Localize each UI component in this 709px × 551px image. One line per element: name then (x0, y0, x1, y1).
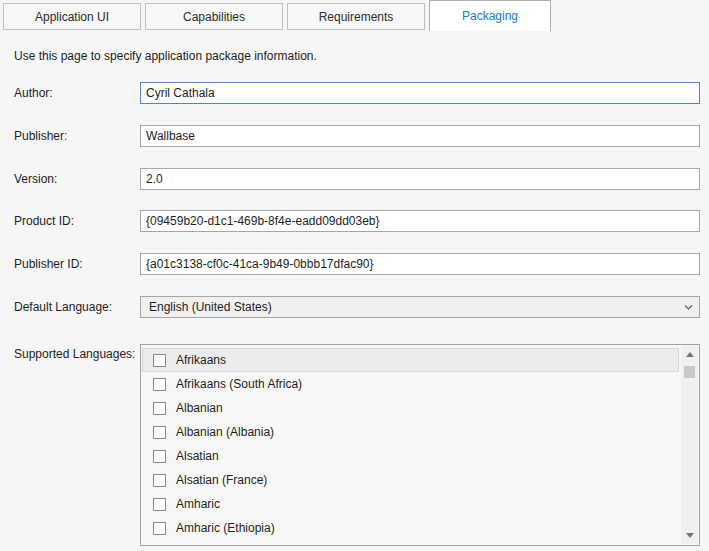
checkbox[interactable] (153, 450, 166, 463)
language-row[interactable]: Alsatian (142, 444, 679, 468)
language-row[interactable]: Amharic (Ethiopia) (142, 516, 679, 540)
scrollbar[interactable] (681, 346, 698, 544)
language-row[interactable]: Afrikaans (142, 348, 679, 372)
version-input[interactable] (140, 168, 700, 190)
tab-strip: Application UI Capabilities Requirements… (0, 0, 709, 31)
language-row-label: Alsatian (France) (176, 473, 267, 487)
publisher-label: Publisher: (14, 129, 140, 143)
scroll-down-icon[interactable] (681, 527, 698, 544)
language-row-label: Albanian (Albania) (176, 425, 274, 439)
language-rows: Afrikaans Afrikaans (South Africa) Alban… (142, 348, 679, 540)
language-row-label: Afrikaans (South Africa) (176, 377, 302, 391)
tab-packaging[interactable]: Packaging (429, 0, 551, 31)
language-row-label: Amharic (Ethiopia) (176, 521, 275, 535)
page-description: Use this page to specify application pac… (14, 49, 317, 63)
author-label: Author: (14, 86, 140, 100)
language-row-label: Albanian (176, 401, 223, 415)
default-language-label: Default Language: (14, 300, 140, 314)
publisher-id-input[interactable] (140, 253, 700, 275)
language-row-label: Alsatian (176, 449, 219, 463)
scrollbar-thumb[interactable] (684, 366, 695, 378)
tab-capabilities[interactable]: Capabilities (145, 3, 283, 30)
product-id-input[interactable] (140, 210, 700, 232)
product-id-label: Product ID: (14, 214, 140, 228)
default-language-select[interactable]: English (United States) (140, 296, 700, 318)
checkbox[interactable] (153, 498, 166, 511)
checkbox[interactable] (153, 474, 166, 487)
publisher-id-label: Publisher ID: (14, 257, 140, 271)
tab-application-ui[interactable]: Application UI (3, 3, 141, 30)
checkbox[interactable] (153, 402, 166, 415)
language-row[interactable]: Amharic (142, 492, 679, 516)
checkbox[interactable] (153, 426, 166, 439)
language-row[interactable]: Afrikaans (South Africa) (142, 372, 679, 396)
checkbox[interactable] (153, 378, 166, 391)
language-row[interactable]: Albanian (Albania) (142, 420, 679, 444)
language-row-label: Amharic (176, 497, 220, 511)
version-label: Version: (14, 172, 140, 186)
checkbox[interactable] (153, 522, 166, 535)
publisher-input[interactable] (140, 125, 700, 147)
language-row[interactable]: Albanian (142, 396, 679, 420)
language-row-label: Afrikaans (176, 353, 226, 367)
tab-requirements[interactable]: Requirements (287, 3, 425, 30)
scroll-up-icon[interactable] (681, 346, 698, 363)
default-language-value: English (United States) (149, 300, 272, 314)
chevron-down-icon (684, 304, 693, 311)
language-row[interactable]: Alsatian (France) (142, 468, 679, 492)
supported-languages-label: Supported Languages: (14, 347, 135, 361)
checkbox[interactable] (153, 354, 166, 367)
packaging-page: Application UI Capabilities Requirements… (0, 0, 709, 551)
supported-languages-list: Afrikaans Afrikaans (South Africa) Alban… (140, 344, 700, 546)
author-input[interactable] (140, 82, 700, 104)
